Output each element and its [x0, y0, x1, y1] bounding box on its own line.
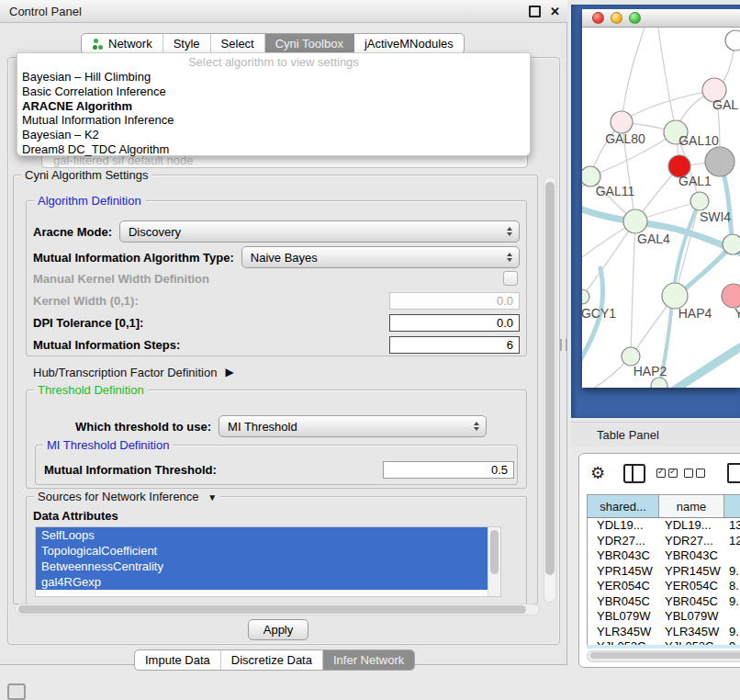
- attribute-item[interactable]: SelfLoops: [36, 527, 488, 543]
- attributes-scrollbar[interactable]: [488, 527, 500, 596]
- table-toolbar: ⚙: [579, 454, 740, 492]
- clear-all-checks-icon[interactable]: [684, 469, 705, 478]
- network-node-y[interactable]: [722, 284, 740, 308]
- mi-threshold-label: Mutual Information Threshold:: [44, 463, 217, 477]
- stepper-arrows-icon: [507, 253, 512, 262]
- minimized-panel-icon[interactable]: [7, 683, 26, 700]
- network-node-gal80[interactable]: [611, 111, 633, 133]
- float-panel-icon[interactable]: [529, 6, 541, 17]
- network-edge: [582, 221, 635, 297]
- expand-arrow-icon: ▶: [225, 366, 233, 378]
- table-row[interactable]: YPR145WYPR145W9.: [588, 564, 740, 580]
- table-row[interactable]: YBR043CYBR043C: [588, 548, 740, 564]
- node-table: shared...name YDL19...YDL19...13YDR27...…: [587, 494, 740, 647]
- cyni-bottom-tabs: Impute DataDiscretize DataInfer Network: [134, 649, 415, 671]
- table-row[interactable]: YER054CYER054C8.: [588, 579, 740, 594]
- network-node-hap2[interactable]: [622, 347, 640, 366]
- table-panel-window: ⚙ shared...name YDL19...YDL19...13YDR27.…: [578, 453, 740, 668]
- settings-vertical-scrollbar[interactable]: [544, 176, 556, 603]
- mi-threshold-row: Mutual Information Threshold: 0.5: [44, 460, 514, 479]
- tab-style[interactable]: Style: [163, 34, 211, 53]
- which-threshold-label: Which threshold to use:: [75, 420, 211, 434]
- algorithm-option[interactable]: ARACNE Algorithm: [17, 99, 530, 114]
- network-node[interactable]: [705, 147, 734, 176]
- tab-infer-network[interactable]: Infer Network: [323, 650, 414, 670]
- attribute-item[interactable]: BetweennessCentrality: [36, 559, 488, 574]
- network-node-hap4[interactable]: [662, 283, 688, 309]
- network-window-titlebar[interactable]: [582, 9, 740, 28]
- algorithm-option[interactable]: Basic Correlation Inference: [17, 85, 530, 99]
- attribute-item[interactable]: TopologicalCoefficient: [36, 543, 488, 559]
- table-panel-title: Table Panel: [597, 428, 659, 442]
- network-node-gal1[interactable]: [690, 192, 709, 210]
- dpi-tolerance-field[interactable]: 0.0: [389, 314, 520, 332]
- kernel-width-label: Kernel Width (0,1):: [33, 294, 139, 308]
- table-row[interactable]: YLR345WYLR345W9.: [588, 625, 740, 640]
- mi-steps-field[interactable]: 6: [389, 336, 520, 354]
- table-row[interactable]: YBR045CYBR045C9.: [588, 594, 740, 610]
- aracne-mode-select[interactable]: Discovery: [119, 220, 520, 243]
- node-label: GCY1: [582, 306, 616, 321]
- algorithm-option[interactable]: Bayesian – Hill Climbing: [17, 70, 530, 85]
- data-attributes-label: Data Attributes: [33, 509, 118, 523]
- network-icon: [92, 39, 104, 50]
- tab-network[interactable]: Network: [82, 34, 163, 53]
- node-label: HAP4: [678, 306, 712, 321]
- table-row[interactable]: YDR27...YDR27...12: [588, 534, 740, 549]
- algorithm-option[interactable]: Bayesian – K2: [17, 128, 530, 142]
- algorithm-option[interactable]: Dream8 DC_TDC Algorithm: [17, 142, 530, 157]
- algorithm-dropdown-placeholder: Select algorithm to view settings: [17, 54, 530, 70]
- hub-definition-toggle[interactable]: Hub/Transcription Factor Definition ▶: [33, 364, 234, 380]
- network-node-gal4[interactable]: [623, 209, 647, 233]
- mi-threshold-field[interactable]: 0.5: [383, 461, 514, 479]
- network-view-window[interactable]: GALGAL80GAL10GAL11GAL1GAL4SWI4GCY1HAP4YH…: [582, 9, 740, 388]
- data-attributes-list[interactable]: SelfLoopsTopologicalCoefficientBetweenne…: [35, 526, 501, 597]
- tab-cyni-toolbox[interactable]: Cyni Toolbox: [265, 34, 354, 53]
- network-node[interactable]: [651, 378, 667, 388]
- table-row[interactable]: YBL079WYBL079W: [588, 609, 740, 625]
- tab-impute-data[interactable]: Impute Data: [135, 650, 221, 670]
- apply-button[interactable]: Apply: [248, 619, 308, 640]
- mi-type-row: Mutual Information Algorithm Type: Naive…: [33, 246, 520, 268]
- close-panel-icon[interactable]: ✕: [550, 7, 560, 16]
- close-window-icon[interactable]: [592, 12, 604, 24]
- network-node-gcy1[interactable]: [582, 289, 589, 304]
- algorithm-option[interactable]: Mutual Information Inference: [17, 113, 530, 128]
- table-selection-sliver: [587, 645, 740, 649]
- mi-steps-label: Mutual Information Steps:: [33, 338, 180, 352]
- mi-type-label: Mutual Information Algorithm Type:: [33, 251, 234, 265]
- split-pane-grip[interactable]: [560, 339, 567, 351]
- minimize-window-icon[interactable]: [611, 12, 622, 24]
- attribute-item[interactable]: gal4RGexp: [36, 574, 488, 590]
- table-rows: YDL19...YDL19...13YDR27...YDR27...12YBR0…: [588, 518, 740, 647]
- select-all-checks-icon[interactable]: [656, 469, 678, 478]
- network-edge: [622, 28, 645, 122]
- tab-select[interactable]: Select: [211, 34, 265, 53]
- mi-type-select[interactable]: Naive Bayes: [241, 246, 520, 268]
- sources-group-title[interactable]: Sources for Network Inference ▼: [34, 490, 220, 503]
- which-threshold-row: Which threshold to use: MI Threshold: [75, 415, 487, 437]
- node-label: HAP2: [633, 364, 667, 378]
- network-node[interactable]: [725, 30, 740, 51]
- algorithm-dropdown-items: Bayesian – Hill ClimbingBasic Correlatio…: [17, 70, 530, 157]
- column-header[interactable]: [724, 495, 740, 517]
- column-header[interactable]: name: [659, 495, 724, 517]
- tab-discretize-data[interactable]: Discretize Data: [221, 650, 323, 670]
- column-header[interactable]: shared...: [588, 495, 659, 517]
- which-threshold-select[interactable]: MI Threshold: [219, 415, 487, 437]
- tab-jactivemnodules[interactable]: jActiveMNodules: [354, 34, 464, 53]
- table-horizontal-scrollbar[interactable]: [587, 650, 740, 662]
- gear-icon[interactable]: ⚙: [590, 465, 605, 481]
- add-column-icon[interactable]: [727, 463, 740, 483]
- network-node-swi4[interactable]: [723, 234, 740, 254]
- manual-kernel-checkbox[interactable]: [503, 271, 518, 286]
- kernel-width-field[interactable]: 0.0: [389, 292, 520, 310]
- network-edge: [631, 221, 635, 356]
- zoom-window-icon[interactable]: [629, 12, 641, 24]
- table-row[interactable]: YDL19...YDL19...13: [588, 518, 740, 534]
- control-panel-title: Control Panel: [9, 5, 529, 18]
- settings-horizontal-scrollbar[interactable]: [15, 604, 540, 615]
- columns-icon[interactable]: [623, 464, 645, 483]
- mi-threshold-group-title: MI Threshold Definition: [43, 438, 173, 452]
- network-canvas[interactable]: GALGAL80GAL10GAL11GAL1GAL4SWI4GCY1HAP4YH…: [582, 28, 740, 388]
